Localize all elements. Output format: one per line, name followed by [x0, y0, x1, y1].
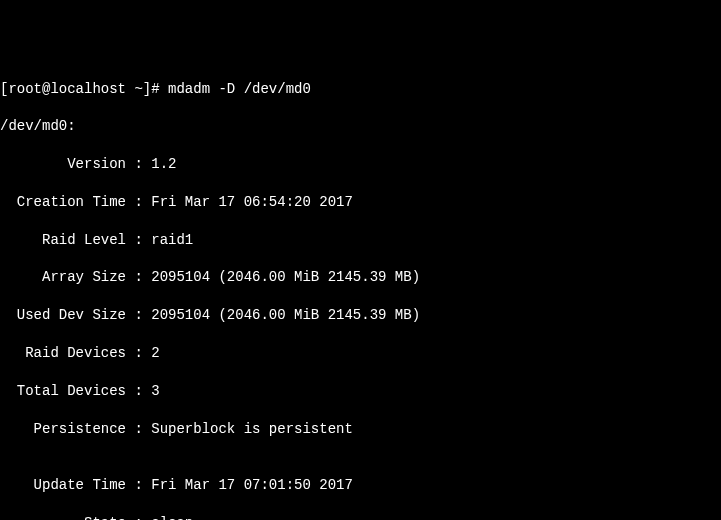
- field-total-devices: Total Devices : 3: [0, 382, 721, 401]
- field-array-size: Array Size : 2095104 (2046.00 MiB 2145.3…: [0, 268, 721, 287]
- field-raid-level: Raid Level : raid1: [0, 231, 721, 250]
- field-used-dev-size: Used Dev Size : 2095104 (2046.00 MiB 214…: [0, 306, 721, 325]
- field-persistence: Persistence : Superblock is persistent: [0, 420, 721, 439]
- field-update-time: Update Time : Fri Mar 17 07:01:50 2017: [0, 476, 721, 495]
- field-creation-time: Creation Time : Fri Mar 17 06:54:20 2017: [0, 193, 721, 212]
- command-prompt: [root@localhost ~]# mdadm -D /dev/md0: [0, 80, 721, 99]
- device-line: /dev/md0:: [0, 117, 721, 136]
- field-state: State : clean: [0, 514, 721, 520]
- field-raid-devices: Raid Devices : 2: [0, 344, 721, 363]
- field-version: Version : 1.2: [0, 155, 721, 174]
